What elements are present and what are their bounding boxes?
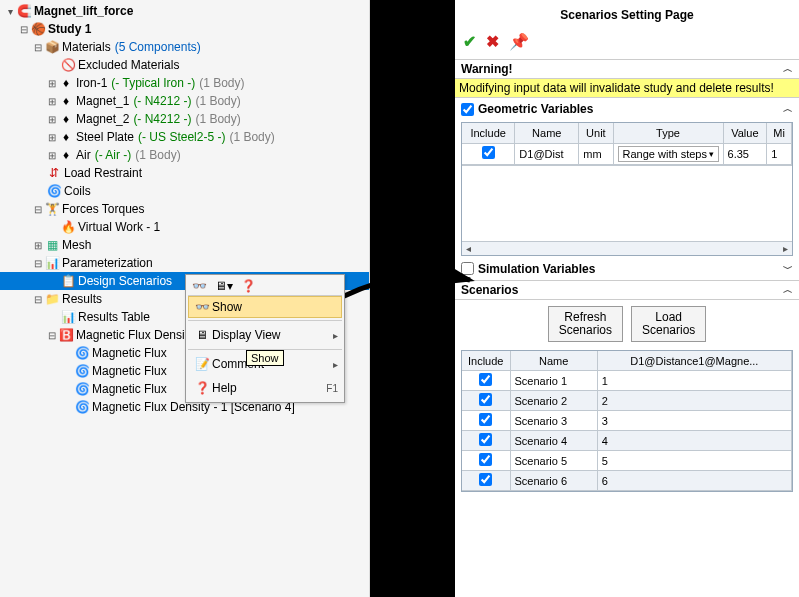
col-type[interactable]: Type: [613, 123, 723, 143]
scenario-name-cell[interactable]: Scenario 3: [510, 411, 597, 431]
pin-icon[interactable]: 📌: [509, 32, 529, 51]
geometric-variables-header[interactable]: Geometric Variables ︿: [455, 98, 799, 120]
collapse-icon[interactable]: ︿: [783, 102, 793, 116]
tree-iron[interactable]: ⊞ ♦ Iron-1 (- Typical Iron -) (1 Body): [0, 74, 369, 92]
expand-icon[interactable]: ⊞: [46, 77, 58, 89]
excluded-icon: 🚫: [60, 57, 76, 73]
show-icon[interactable]: 👓: [192, 279, 207, 293]
scenario-row[interactable]: Scenario 33: [462, 411, 792, 431]
tree-air[interactable]: ⊞ ♦ Air (- Air -) (1 Body): [0, 146, 369, 164]
col-distance[interactable]: D1@Distance1@Magne...: [597, 351, 791, 371]
tree-magnet2[interactable]: ⊞ ♦ Magnet_2 (- N4212 -) (1 Body): [0, 110, 369, 128]
col-name[interactable]: Name: [510, 351, 597, 371]
col-include[interactable]: Include: [462, 123, 515, 143]
include-checkbox[interactable]: [482, 146, 495, 159]
scenario-value-cell[interactable]: 4: [597, 431, 791, 451]
help-icon[interactable]: ❓: [241, 279, 256, 293]
collapse-icon[interactable]: ⊟: [18, 23, 30, 35]
tree-root[interactable]: ▾ 🧲 Magnet_lift_force: [0, 2, 369, 20]
tree-virtual-work[interactable]: 🔥 Virtual Work - 1: [0, 218, 369, 236]
collapse-icon[interactable]: ︿: [783, 62, 793, 76]
comment-icon: 📝: [192, 357, 212, 371]
ctx-show[interactable]: 👓 Show: [188, 296, 342, 318]
include-checkbox[interactable]: [479, 453, 492, 466]
expand-icon[interactable]: ⊞: [46, 95, 58, 107]
ctx-display-view[interactable]: 🖥 Display View ▸: [188, 323, 342, 347]
expand-icon[interactable]: ﹀: [783, 262, 793, 276]
display-dropdown-icon[interactable]: 🖥▾: [215, 279, 233, 293]
scenario-value-cell[interactable]: 2: [597, 391, 791, 411]
scenario-name-cell[interactable]: Scenario 1: [510, 371, 597, 391]
tree-materials[interactable]: ⊟ 📦 Materials (5 Components): [0, 38, 369, 56]
vw-icon: 🔥: [60, 219, 76, 235]
load-scenarios-button[interactable]: Load Scenarios: [631, 306, 706, 342]
include-checkbox[interactable]: [479, 373, 492, 386]
col-unit[interactable]: Unit: [579, 123, 613, 143]
collapse-icon[interactable]: ⊟: [32, 203, 44, 215]
scenario-value-cell[interactable]: 1: [597, 371, 791, 391]
tree-parameterization[interactable]: ⊟ 📊 Parameterization: [0, 254, 369, 272]
scenario-value-cell[interactable]: 6: [597, 471, 791, 491]
geo-row[interactable]: D1@Dist mm Range with steps▾ 6.35 1: [462, 143, 792, 164]
geo-min-cell[interactable]: 1: [767, 143, 792, 164]
scenario-name-cell[interactable]: Scenario 6: [510, 471, 597, 491]
cancel-icon[interactable]: ✖: [486, 32, 499, 51]
scroll-left-icon[interactable]: ◂: [462, 243, 475, 254]
collapse-icon[interactable]: ▾: [4, 5, 16, 17]
scenario-value-cell[interactable]: 5: [597, 451, 791, 471]
collapse-icon[interactable]: ⊟: [32, 257, 44, 269]
ctx-help[interactable]: ❓ Help F1: [188, 376, 342, 400]
include-checkbox[interactable]: [479, 433, 492, 446]
scenario-name-cell[interactable]: Scenario 2: [510, 391, 597, 411]
scenario-row[interactable]: Scenario 44: [462, 431, 792, 451]
col-min[interactable]: Mi: [767, 123, 792, 143]
tree-load-restraint[interactable]: ⇵ Load Restraint: [0, 164, 369, 182]
scenarios-header[interactable]: Scenarios ︿: [455, 280, 799, 300]
scenario-name-cell[interactable]: Scenario 4: [510, 431, 597, 451]
scenario-row[interactable]: Scenario 22: [462, 391, 792, 411]
refresh-scenarios-button[interactable]: Refresh Scenarios: [548, 306, 623, 342]
scenario-value-cell[interactable]: 3: [597, 411, 791, 431]
include-checkbox[interactable]: [479, 393, 492, 406]
tree-excluded-materials[interactable]: 🚫 Excluded Materials: [0, 56, 369, 74]
scenario-row[interactable]: Scenario 11: [462, 371, 792, 391]
col-name[interactable]: Name: [515, 123, 579, 143]
materials-label: Materials: [62, 40, 111, 54]
type-dropdown[interactable]: Range with steps▾: [618, 146, 719, 162]
study-icon: 🏀: [30, 21, 46, 37]
material-icon: ♦: [58, 111, 74, 127]
geo-unit-cell[interactable]: mm: [579, 143, 613, 164]
ok-icon[interactable]: ✔: [463, 32, 476, 51]
root-label: Magnet_lift_force: [34, 4, 133, 18]
tree-magnet1[interactable]: ⊞ ♦ Magnet_1 (- N4212 -) (1 Body): [0, 92, 369, 110]
expand-icon[interactable]: ⊞: [46, 149, 58, 161]
expand-icon[interactable]: ⊞: [46, 131, 58, 143]
col-value[interactable]: Value: [723, 123, 767, 143]
expand-icon[interactable]: ⊞: [32, 239, 44, 251]
tree-study[interactable]: ⊟ 🏀 Study 1: [0, 20, 369, 38]
scroll-right-icon[interactable]: ▸: [779, 243, 792, 254]
expand-icon[interactable]: ⊞: [46, 113, 58, 125]
collapse-icon[interactable]: ⊟: [46, 329, 58, 341]
tree-coils[interactable]: 🌀 Coils: [0, 182, 369, 200]
geo-name-cell[interactable]: D1@Dist: [515, 143, 579, 164]
coils-icon: 🌀: [46, 183, 62, 199]
collapse-icon[interactable]: ⊟: [32, 41, 44, 53]
geo-vars-checkbox[interactable]: [461, 103, 474, 116]
geo-value-cell[interactable]: 6.35: [723, 143, 767, 164]
scenario-name-cell[interactable]: Scenario 5: [510, 451, 597, 471]
include-checkbox[interactable]: [479, 413, 492, 426]
simulation-variables-header[interactable]: Simulation Variables ﹀: [455, 258, 799, 280]
tree-steel[interactable]: ⊞ ♦ Steel Plate (- US Steel2-5 -) (1 Bod…: [0, 128, 369, 146]
collapse-icon[interactable]: ⊟: [32, 293, 44, 305]
collapse-icon[interactable]: ︿: [783, 283, 793, 297]
scenario-row[interactable]: Scenario 66: [462, 471, 792, 491]
col-include[interactable]: Include: [462, 351, 510, 371]
tree-forces[interactable]: ⊟ 🏋️ Forces Torques: [0, 200, 369, 218]
divider-gap: [370, 0, 455, 597]
include-checkbox[interactable]: [479, 473, 492, 486]
scenario-row[interactable]: Scenario 55: [462, 451, 792, 471]
warning-header[interactable]: Warning! ︿: [455, 59, 799, 79]
sim-vars-checkbox[interactable]: [461, 262, 474, 275]
tree-mesh[interactable]: ⊞ ▦ Mesh: [0, 236, 369, 254]
